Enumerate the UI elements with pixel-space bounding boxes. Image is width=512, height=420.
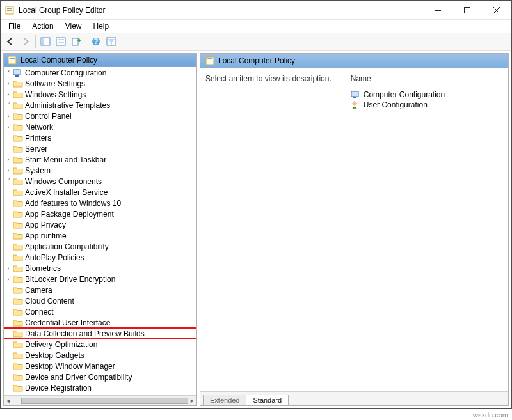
tree-item[interactable]: Connect [4,306,196,317]
tree-system[interactable]: ›System [4,165,196,176]
folder-icon [13,373,23,382]
expand-icon[interactable]: › [4,91,13,98]
folder-icon [13,275,23,284]
tree-item[interactable]: App Privacy [4,219,196,230]
tree-computer-configuration[interactable]: ˅Computer Configuration [4,67,196,78]
forward-button[interactable] [19,35,33,49]
column-header-name[interactable]: Name [351,74,445,89]
filter-button[interactable] [104,35,118,49]
folder-icon [13,394,23,396]
tree-item[interactable]: ActiveX Installer Service [4,187,196,198]
expand-icon[interactable]: ˅ [4,102,13,109]
tree-start-menu[interactable]: ›Start Menu and Taskbar [4,154,196,165]
maximize-button[interactable] [452,1,482,20]
help-button[interactable]: ? [89,35,103,49]
window: Local Group Policy Editor File Action Vi… [0,0,512,409]
back-button[interactable] [3,35,17,49]
details-description: Select an item to view its description. [205,74,332,386]
expand-icon[interactable]: › [4,156,13,163]
menu-action[interactable]: Action [27,20,58,32]
folder-icon [13,90,23,99]
tree-item[interactable]: ›BitLocker Drive Encryption [4,274,196,284]
expand-icon[interactable]: › [4,265,13,272]
tree-item-label: ActiveX Installer Service [25,188,111,197]
expand-icon[interactable]: ˅ [4,178,13,185]
close-button[interactable] [482,1,511,20]
properties-button[interactable] [54,35,68,49]
tree-item[interactable]: Device and Driver Compatibility [4,371,196,382]
scroll-left-icon[interactable]: ◄ [4,398,12,404]
expand-icon[interactable]: › [4,123,13,130]
list-item[interactable]: Computer Configuration [351,89,445,100]
expand-icon[interactable]: › [4,113,13,120]
tree-item[interactable]: App runtime [4,230,196,241]
tab-standard[interactable]: Standard [246,395,289,406]
folder-icon [13,177,23,186]
window-title: Local Group Policy Editor [19,6,105,15]
svg-rect-13 [72,38,78,45]
tree-scroll[interactable]: ˅Computer Configuration›Software Setting… [4,67,196,395]
svg-rect-23 [351,91,358,97]
tree-item-label: App Package Deployment [25,210,118,219]
tree-item-label: Cloud Content [25,297,78,306]
menu-file[interactable]: File [3,20,26,32]
titlebar: Local Group Policy Editor [1,1,511,20]
tree-item[interactable]: Application Compatibility [4,241,196,252]
menu-view[interactable]: View [60,20,87,32]
tree-admin-templates[interactable]: ˅Administrative Templates [4,100,196,111]
tree-item[interactable]: Data Collection and Preview Builds [4,328,196,339]
window-buttons [423,1,511,20]
tree-item-label: System [25,166,54,175]
tree-item-label: Printers [25,134,55,143]
tree-item-label: BitLocker Drive Encryption [25,275,119,284]
tree-item[interactable]: ›Biometrics [4,263,196,274]
svg-text:?: ? [93,37,98,46]
export-button[interactable] [69,35,83,49]
tree-item-label: Digital Locker [25,394,76,396]
tab-extended[interactable]: Extended [203,395,246,406]
tree-windows-components[interactable]: ˅Windows Components [4,176,196,187]
svg-rect-1 [7,8,12,9]
menu-help[interactable]: Help [88,20,115,32]
folder-icon [13,318,23,327]
tree-item[interactable]: Desktop Window Manager [4,361,196,371]
tree-item[interactable]: Digital Locker [4,393,196,395]
show-tree-button[interactable] [38,35,52,49]
tree-item[interactable]: AutoPlay Policies [4,252,196,263]
tree-printers[interactable]: Printers [4,132,196,143]
tree-item-label: Add features to Windows 10 [25,199,125,208]
tree-item[interactable]: Add features to Windows 10 [4,198,196,208]
folder-icon [13,221,23,229]
svg-rect-11 [58,39,64,40]
tree-network[interactable]: ›Network [4,121,196,132]
tree-control-panel[interactable]: ›Control Panel [4,111,196,121]
folder-icon [13,297,23,306]
tree-item[interactable]: Credential User Interface [4,317,196,328]
expand-icon[interactable]: › [4,167,13,174]
tree-windows-settings[interactable]: ›Windows Settings [4,89,196,100]
svg-rect-17 [8,56,16,64]
svg-rect-4 [435,10,441,11]
minimize-button[interactable] [423,1,452,20]
tree-item[interactable]: Desktop Gadgets [4,350,196,361]
tree-item[interactable]: Camera [4,284,196,295]
scroll-right-icon[interactable]: ► [188,398,196,404]
tree-software-settings[interactable]: ›Software Settings [4,78,196,89]
list-item[interactable]: User Configuration [351,100,445,110]
tree-server[interactable]: Server [4,143,196,154]
tree-item[interactable]: Cloud Content [4,295,196,306]
tree-item[interactable]: App Package Deployment [4,208,196,219]
tree-item[interactable]: Delivery Optimization [4,339,196,350]
expand-icon[interactable]: › [4,276,13,283]
tree-hscroll[interactable]: ◄ ► [4,395,196,405]
tree-header[interactable]: Local Computer Policy [4,54,196,67]
folder-icon [13,199,23,208]
scroll-thumb[interactable] [21,398,188,404]
tree-item[interactable]: Device Registration [4,382,196,393]
folder-icon [13,166,23,175]
tree-header-label: Local Computer Policy [20,56,97,65]
expand-icon[interactable]: ˅ [4,69,13,76]
folder-icon [13,112,23,121]
svg-rect-18 [10,58,15,59]
expand-icon[interactable]: › [4,80,13,87]
